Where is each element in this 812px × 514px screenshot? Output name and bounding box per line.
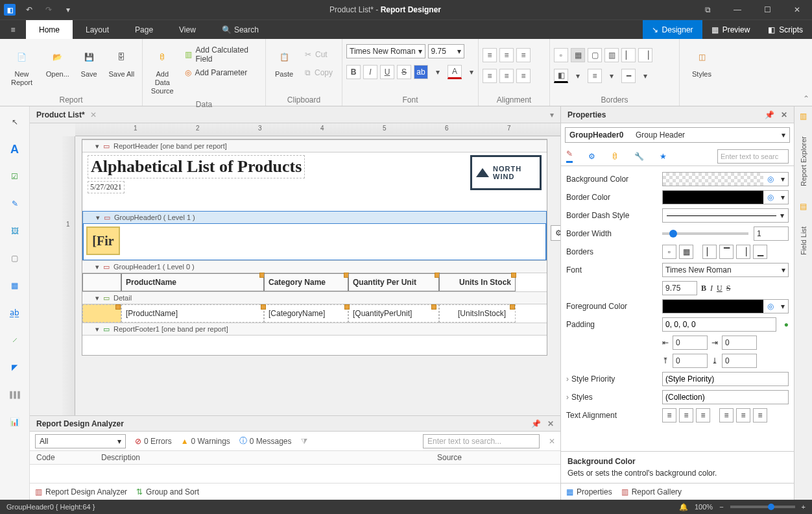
tab-report-design-analyzer[interactable]: ▥Report Design Analyzer: [35, 487, 127, 496]
border-color-drop[interactable]: ▾: [571, 69, 585, 83]
highlight-button[interactable]: ab: [414, 65, 428, 79]
align-top-center[interactable]: ≡: [499, 48, 514, 62]
italic-button[interactable]: I: [363, 65, 377, 79]
properties-object-combo[interactable]: GroupHeader0 Group Header▾: [565, 127, 790, 143]
prop-italic[interactable]: I: [710, 284, 713, 293]
add-parameter-button[interactable]: ◎Add Parameter: [181, 65, 261, 80]
panel-tab-report-gallery[interactable]: ▥Report Gallery: [621, 487, 682, 496]
rail-report-explorer[interactable]: ▥: [800, 112, 807, 121]
border-right[interactable]: ▕: [638, 48, 652, 62]
minimize-button[interactable]: —: [722, 0, 752, 19]
mode-designer[interactable]: ↘Designer: [643, 20, 702, 39]
tab-page[interactable]: Page: [122, 20, 166, 39]
qat-dropdown[interactable]: ▾: [58, 0, 78, 19]
analyzer-filter-combo[interactable]: All▾: [35, 434, 126, 448]
undo-button[interactable]: ↶: [19, 0, 39, 19]
analyzer-pin-icon[interactable]: 📌: [531, 419, 541, 428]
field-category[interactable]: [CategoryName]: [264, 304, 348, 323]
border-width-drop[interactable]: ▾: [604, 69, 619, 83]
section-detail[interactable]: [ProductName] [CategoryName] [QuantityPe…: [82, 304, 547, 323]
col-units[interactable]: Units In Stock: [439, 273, 516, 291]
prop-strike[interactable]: S: [726, 284, 731, 293]
font-family-combo[interactable]: Times New Roman▾: [346, 44, 425, 58]
styles-button[interactable]: ◫Styles: [684, 44, 720, 81]
field-qty[interactable]: [QuantityPerUnit]: [348, 304, 439, 323]
border-width-btn[interactable]: ≡: [588, 69, 602, 83]
close-tab-icon[interactable]: ✕: [90, 110, 97, 119]
prop-textalign-editor[interactable]: ≡≡≡≡≡≡: [662, 408, 789, 422]
paste-button[interactable]: 📋Paste: [270, 44, 298, 81]
pad-top-spin[interactable]: 0: [673, 354, 708, 368]
close-button[interactable]: ✕: [782, 0, 812, 19]
font-size-combo[interactable]: 9.75▾: [428, 44, 464, 58]
properties-pin-icon[interactable]: 📌: [765, 110, 774, 119]
properties-search-input[interactable]: Enter text to searc: [717, 149, 789, 164]
tool-label[interactable]: A: [6, 140, 24, 158]
open-button[interactable]: 📂Open...: [42, 44, 73, 81]
prop-tab-appearance-icon[interactable]: ✎: [566, 149, 573, 163]
analyzer-close-icon[interactable]: ✕: [547, 419, 554, 428]
new-report-button[interactable]: 📄New Report: [4, 44, 40, 90]
rail-report-explorer-label[interactable]: Report Explorer: [800, 136, 807, 186]
section-groupheader1[interactable]: ProductName Category Name Quantity Per U…: [82, 273, 547, 291]
tool-character-comb[interactable]: a̲b̲: [6, 304, 24, 322]
logo-image[interactable]: NORTHWIND: [470, 155, 542, 190]
redo-button[interactable]: ↷: [39, 0, 58, 19]
pad-right-spin[interactable]: 0: [722, 336, 757, 350]
field-units[interactable]: [UnitsInStock]: [439, 304, 516, 323]
border-outer[interactable]: ▢: [588, 48, 602, 62]
properties-close-icon[interactable]: ✕: [781, 110, 787, 119]
zoom-in-button[interactable]: +: [802, 503, 806, 511]
warnings-chip[interactable]: ▲0 Warnings: [181, 437, 230, 446]
rail-field-list[interactable]: ▤: [800, 202, 807, 211]
analyzer-search-input[interactable]: Enter text to search...: [423, 434, 540, 448]
tab-group-and-sort[interactable]: ⇅Group and Sort: [136, 487, 199, 496]
prop-fgcolor-editor[interactable]: ◎▾: [662, 299, 789, 313]
tool-shape[interactable]: ◤: [6, 358, 24, 376]
prop-bordercolor-editor[interactable]: ◎▾: [662, 190, 789, 204]
analyzer-funnel-icon[interactable]: ⧩: [301, 437, 307, 446]
prop-bold[interactable]: B: [701, 284, 706, 293]
band-report-header-bar[interactable]: ▾ ▭ ReportHeader [one band per report]: [82, 140, 547, 153]
tool-panel[interactable]: ▢: [6, 249, 24, 267]
smart-tag-button[interactable]: ⚙: [551, 225, 560, 241]
ribbon-collapse[interactable]: ⌃: [803, 94, 809, 103]
tab-home[interactable]: Home: [26, 20, 73, 39]
zoom-out-button[interactable]: −: [719, 503, 723, 511]
analyzer-col-desc[interactable]: Description: [95, 451, 431, 465]
prop-tab-misc-icon[interactable]: 🔧: [634, 152, 644, 161]
panel-tab-properties[interactable]: ▦Properties: [566, 487, 612, 496]
border-style-drop[interactable]: ▾: [638, 69, 652, 83]
prop-stylepriority-input[interactable]: [662, 372, 789, 386]
border-none[interactable]: ▫: [554, 48, 568, 62]
maximize-button[interactable]: ☐: [752, 0, 782, 19]
font-color-dropdown[interactable]: ▾: [464, 65, 479, 79]
tool-barcode[interactable]: ∥∥∥: [6, 386, 24, 404]
save-button[interactable]: 💾Save: [75, 44, 102, 81]
tool-checkbox[interactable]: ☑: [6, 167, 24, 186]
bold-button[interactable]: B: [346, 65, 361, 79]
prop-borders-editor[interactable]: ▫▦▏▔▕▁: [662, 245, 789, 259]
section-report-header[interactable]: Alphabetical List of Products 5/27/2021 …: [82, 153, 547, 211]
section-groupheader0[interactable]: [Fir ⚙: [82, 224, 547, 260]
highlight-dropdown[interactable]: ▾: [431, 65, 445, 79]
analyzer-col-code[interactable]: Code: [30, 451, 95, 465]
field-productname[interactable]: [ProductName]: [121, 304, 264, 323]
tool-chart[interactable]: 📊: [6, 413, 24, 431]
align-mid-right[interactable]: ≡: [516, 69, 531, 83]
prop-tab-data-icon[interactable]: 🛢: [611, 152, 619, 161]
strike-button[interactable]: S: [397, 65, 411, 79]
errors-chip[interactable]: ⊘0 Errors: [135, 437, 172, 446]
tool-picture[interactable]: 🖼: [6, 222, 24, 240]
prop-bgcolor-editor[interactable]: ◎▾: [662, 172, 789, 186]
prop-fontsize-spin[interactable]: 9.75: [662, 281, 697, 295]
prop-padding-input[interactable]: [662, 317, 776, 332]
add-calc-field-button[interactable]: ▥Add Calculated Field: [181, 47, 261, 62]
border-all[interactable]: ▦: [571, 48, 585, 62]
tool-pointer[interactable]: ↖: [6, 113, 24, 131]
save-all-button[interactable]: 🗄Save All: [105, 44, 138, 81]
prop-underline[interactable]: U: [717, 284, 722, 293]
col-qty[interactable]: Quantity Per Unit: [348, 273, 439, 291]
file-menu-button[interactable]: ≡: [0, 20, 26, 39]
mode-preview[interactable]: ▦Preview: [702, 20, 759, 39]
